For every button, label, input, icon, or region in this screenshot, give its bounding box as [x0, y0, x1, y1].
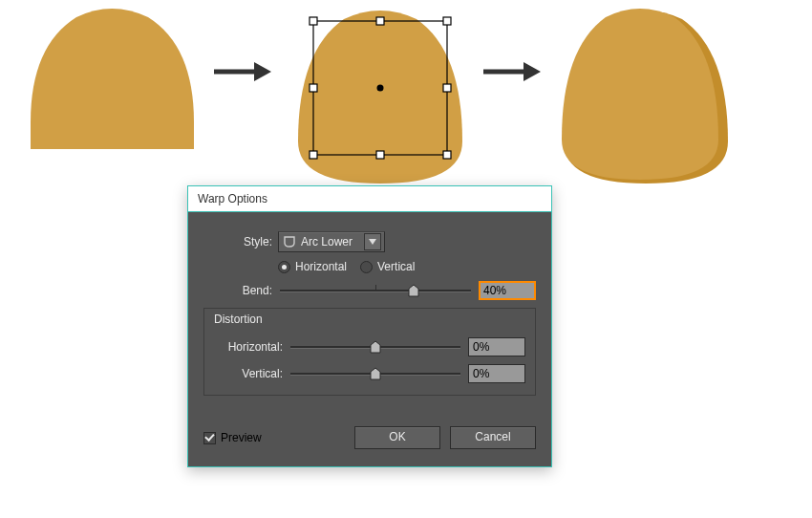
- svg-rect-10: [376, 151, 384, 159]
- style-value: Arc Lower: [301, 235, 360, 248]
- bend-label: Bend:: [203, 284, 278, 297]
- distortion-v-label: Vertical:: [214, 367, 288, 380]
- orientation-vertical-label: Vertical: [377, 260, 415, 273]
- cancel-button[interactable]: Cancel: [450, 426, 536, 449]
- style-dropdown[interactable]: Arc Lower: [278, 231, 385, 252]
- arc-lower-icon: [283, 235, 296, 248]
- distortion-group: Distortion Horizontal: 0% Vertical:: [203, 308, 536, 396]
- svg-marker-14: [369, 239, 376, 245]
- svg-rect-4: [310, 17, 317, 25]
- svg-rect-7: [310, 84, 317, 92]
- arrow-icon: [481, 59, 543, 84]
- svg-rect-6: [443, 17, 451, 25]
- svg-rect-9: [310, 151, 317, 159]
- distortion-h-slider[interactable]: [290, 338, 460, 356]
- bend-slider[interactable]: [280, 282, 471, 299]
- orientation-horizontal-label: Horizontal: [295, 260, 347, 273]
- checkmark-icon: [203, 432, 216, 444]
- ok-button[interactable]: OK: [354, 426, 440, 449]
- svg-rect-5: [376, 17, 384, 25]
- svg-marker-1: [254, 62, 271, 81]
- distortion-legend: Distortion: [210, 313, 267, 326]
- shape-before: [29, 8, 196, 151]
- distortion-v-slider[interactable]: [290, 365, 460, 382]
- shape-warped-selected[interactable]: [294, 8, 466, 189]
- svg-marker-13: [524, 62, 541, 81]
- dialog-title: Warp Options: [188, 186, 551, 212]
- distortion-v-value-input[interactable]: 0%: [468, 364, 525, 383]
- svg-point-3: [377, 85, 384, 92]
- shape-after: [558, 8, 734, 189]
- arrow-icon: [212, 59, 273, 84]
- svg-rect-11: [443, 151, 451, 159]
- chevron-down-icon[interactable]: [364, 233, 381, 250]
- orientation-horizontal-radio[interactable]: Horizontal: [278, 260, 347, 273]
- bend-value-input[interactable]: 40%: [479, 281, 536, 300]
- preview-checkbox[interactable]: Preview: [203, 431, 262, 444]
- radio-dot-icon: [278, 261, 290, 273]
- radio-dot-icon: [360, 261, 373, 273]
- style-label: Style:: [203, 235, 278, 248]
- canvas-stage: [0, 0, 812, 191]
- preview-label: Preview: [221, 431, 262, 444]
- svg-rect-8: [443, 84, 451, 92]
- orientation-vertical-radio[interactable]: Vertical: [360, 260, 415, 273]
- distortion-h-label: Horizontal:: [214, 340, 288, 354]
- warp-options-dialog: Warp Options Style: Arc Lower Horizo: [187, 185, 552, 467]
- distortion-h-value-input[interactable]: 0%: [468, 337, 525, 356]
